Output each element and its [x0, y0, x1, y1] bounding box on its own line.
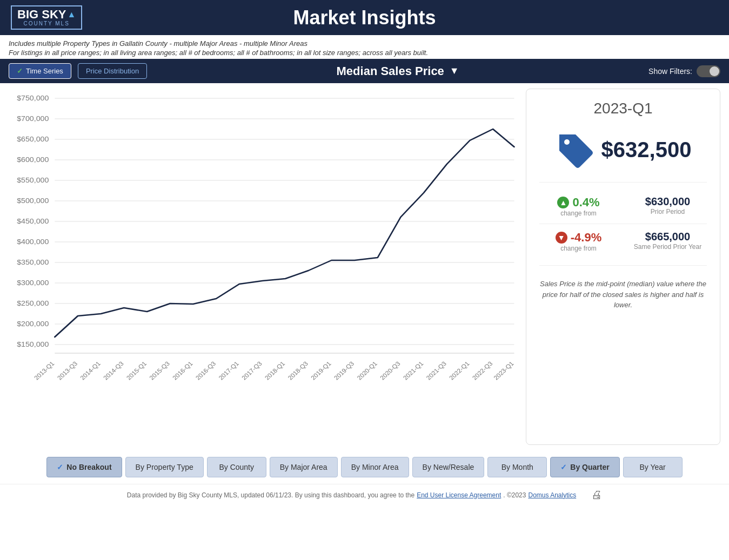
tab-by-year-label: By Year — [640, 463, 666, 471]
svg-text:$750,000: $750,000 — [17, 95, 49, 102]
svg-text:2016-Q3: 2016-Q3 — [195, 360, 217, 381]
prior-value: $630,000 — [645, 195, 690, 208]
stats-panel: 2023-Q1 $632,500 ▲ 0.4% change from $630… — [526, 89, 720, 445]
footer-text-after: . ©2023 — [503, 491, 526, 499]
svg-text:$200,000: $200,000 — [17, 320, 49, 328]
tab-by-month-label: By Month — [501, 463, 533, 471]
svg-text:2020-Q1: 2020-Q1 — [356, 360, 378, 381]
subtitle-area: Includes multiple Property Types in Gall… — [0, 35, 729, 59]
show-filters-label: Show Filters: — [648, 67, 692, 76]
line-chart: $750,000 $700,000 $650,000 $600,000 $550… — [9, 89, 517, 413]
down-arrow-icon: ▼ — [556, 232, 567, 244]
svg-text:2016-Q1: 2016-Q1 — [171, 360, 194, 381]
tab-by-year[interactable]: By Year — [623, 457, 683, 477]
no-breakout-check-icon: ✓ — [57, 463, 63, 471]
show-filters-toggle[interactable] — [697, 65, 720, 77]
svg-text:$300,000: $300,000 — [17, 279, 49, 287]
tab-no-breakout[interactable]: ✓ No Breakout — [46, 457, 122, 477]
tab-by-property-type-label: By Property Type — [136, 463, 193, 471]
svg-text:$250,000: $250,000 — [17, 300, 49, 307]
stats-changes: ▲ 0.4% change from $630,000 Prior Period… — [539, 195, 707, 252]
stats-description: Sales Price is the mid-point (median) va… — [539, 279, 707, 311]
divider2 — [539, 224, 707, 224]
show-filters-control: Show Filters: — [648, 65, 720, 77]
tab-by-county[interactable]: By County — [207, 457, 266, 477]
svg-text:2021-Q3: 2021-Q3 — [425, 360, 447, 381]
page-title: Market Insights — [97, 6, 632, 29]
price-distribution-button[interactable]: Price Distribution — [78, 63, 147, 79]
svg-text:2019-Q1: 2019-Q1 — [310, 360, 332, 381]
by-quarter-check-icon: ✓ — [560, 463, 567, 471]
subtitle-line1: Includes multiple Property Types in Gall… — [9, 39, 720, 48]
svg-text:$700,000: $700,000 — [17, 115, 49, 123]
svg-text:2018-Q1: 2018-Q1 — [264, 360, 286, 381]
tab-by-property-type[interactable]: By Property Type — [125, 457, 204, 477]
divider1 — [539, 182, 707, 183]
svg-text:$650,000: $650,000 — [17, 136, 49, 143]
change-year-pct: ▼ -4.9% change from — [539, 231, 618, 252]
svg-text:2023-Q1: 2023-Q1 — [492, 360, 515, 381]
footer-analytics-link[interactable]: Domus Analytics — [528, 491, 576, 499]
change-year-pct-value: ▼ -4.9% — [556, 231, 601, 245]
chart-title-display: Median Sales Price ▼ — [153, 64, 642, 78]
toolbar: ✓ Time Series Price Distribution Median … — [0, 59, 729, 83]
svg-text:2019-Q3: 2019-Q3 — [333, 360, 356, 381]
toggle-knob — [710, 66, 719, 76]
change-year-label: change from — [560, 245, 597, 252]
tab-by-month[interactable]: By Month — [487, 457, 547, 477]
tab-by-county-label: By County — [219, 463, 254, 471]
svg-text:2020-Q3: 2020-Q3 — [379, 360, 402, 381]
svg-text:2021-Q1: 2021-Q1 — [402, 360, 425, 381]
logo-area: BIG SKY ▲ COUNTY MLS — [11, 5, 97, 30]
svg-text:2015-Q3: 2015-Q3 — [148, 360, 171, 381]
footer-link[interactable]: End User License Agreement — [417, 491, 501, 499]
print-icon[interactable]: 🖨 — [591, 489, 602, 501]
tab-by-major-area-label: By Major Area — [280, 463, 327, 471]
year-label: Same Period Prior Year — [634, 243, 701, 251]
year-value: $665,000 — [645, 231, 690, 243]
svg-text:2017-Q1: 2017-Q1 — [217, 360, 240, 381]
svg-text:$150,000: $150,000 — [17, 341, 49, 348]
svg-text:$550,000: $550,000 — [17, 177, 49, 184]
tab-by-minor-area[interactable]: By Minor Area — [341, 457, 409, 477]
tab-by-major-area[interactable]: By Major Area — [270, 457, 338, 477]
logo-name: BIG SKY — [17, 9, 66, 21]
svg-text:2015-Q1: 2015-Q1 — [125, 360, 148, 381]
svg-text:2022-Q3: 2022-Q3 — [471, 360, 494, 381]
time-series-button[interactable]: ✓ Time Series — [9, 63, 71, 79]
price-tag-icon — [555, 130, 594, 169]
dropdown-arrow-icon[interactable]: ▼ — [450, 65, 459, 77]
chart-area: $750,000 $700,000 $650,000 $600,000 $550… — [9, 89, 517, 445]
change-prior-value: $630,000 Prior Period — [628, 195, 707, 217]
stats-period: 2023-Q1 — [594, 100, 653, 117]
svg-text:$500,000: $500,000 — [17, 197, 49, 205]
logo-box: BIG SKY ▲ COUNTY MLS — [11, 5, 82, 30]
bottom-tabs: ✓ No Breakout By Property Type By County… — [0, 450, 729, 484]
change-prior-pct-value: ▲ 0.4% — [557, 195, 599, 210]
svg-text:2017-Q3: 2017-Q3 — [240, 360, 263, 381]
svg-text:2014-Q1: 2014-Q1 — [79, 360, 102, 381]
time-series-label: Time Series — [26, 67, 63, 75]
logo-sub: COUNTY MLS — [23, 21, 69, 26]
change-prior-label: change from — [560, 210, 597, 217]
tab-by-minor-area-label: By Minor Area — [351, 463, 399, 471]
tab-by-new-resale[interactable]: By New/Resale — [412, 457, 485, 477]
tab-no-breakout-label: No Breakout — [66, 463, 111, 471]
logo-mountain-icon: ▲ — [67, 10, 76, 19]
footer: Data provided by Big Sky County MLS, upd… — [0, 484, 729, 505]
tab-by-quarter[interactable]: ✓ By Quarter — [550, 457, 619, 477]
footer-text-before: Data provided by Big Sky County MLS, upd… — [127, 491, 414, 499]
tab-by-new-resale-label: By New/Resale — [423, 463, 474, 471]
prior-label: Prior Period — [651, 208, 685, 215]
check-icon: ✓ — [17, 67, 23, 75]
stats-price-row: $632,500 — [555, 130, 692, 169]
svg-text:2013-Q3: 2013-Q3 — [56, 360, 79, 381]
change-prior-pct: ▲ 0.4% change from — [539, 195, 618, 217]
svg-text:$600,000: $600,000 — [17, 156, 49, 164]
up-arrow-icon: ▲ — [557, 197, 569, 208]
change-year-value: $665,000 Same Period Prior Year — [628, 231, 707, 252]
svg-text:$450,000: $450,000 — [17, 218, 49, 225]
svg-text:2013-Q1: 2013-Q1 — [33, 360, 56, 381]
chart-title-text: Median Sales Price — [337, 64, 444, 78]
main-content: $750,000 $700,000 $650,000 $600,000 $550… — [0, 83, 729, 450]
